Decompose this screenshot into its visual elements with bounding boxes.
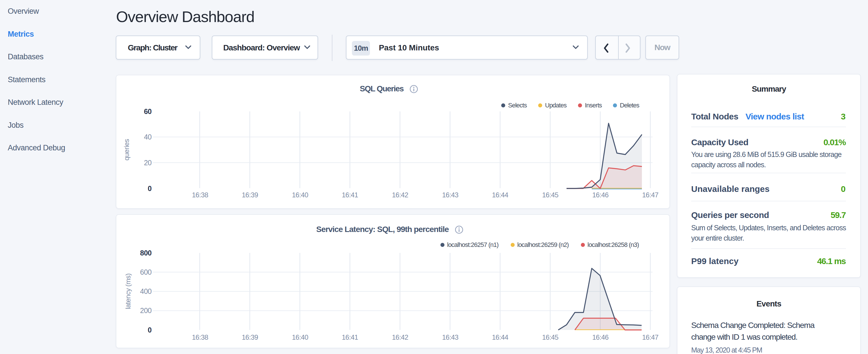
svg-text:16:43: 16:43 (442, 333, 459, 341)
svg-text:40: 40 (144, 133, 152, 141)
svg-text:16:47: 16:47 (642, 333, 658, 341)
svg-text:400: 400 (140, 287, 152, 295)
svg-text:latency (ms): latency (ms) (124, 273, 132, 309)
svg-text:16:42: 16:42 (392, 333, 408, 341)
svg-text:16:41: 16:41 (342, 333, 358, 341)
svg-text:16:46: 16:46 (592, 333, 609, 341)
svg-text:16:41: 16:41 (342, 191, 358, 199)
svg-text:60: 60 (144, 107, 152, 116)
svg-text:600: 600 (140, 268, 152, 276)
svg-text:16:39: 16:39 (242, 333, 258, 341)
svg-text:16:44: 16:44 (492, 333, 508, 341)
svg-text:16:46: 16:46 (592, 191, 609, 199)
svg-text:0: 0 (148, 326, 152, 334)
svg-text:16:38: 16:38 (192, 333, 208, 341)
svg-text:800: 800 (140, 249, 152, 257)
svg-text:20: 20 (144, 159, 152, 167)
svg-text:16:45: 16:45 (542, 333, 559, 341)
svg-text:16:45: 16:45 (542, 191, 559, 199)
svg-text:0: 0 (148, 185, 152, 192)
svg-text:16:39: 16:39 (242, 191, 258, 199)
svg-text:16:40: 16:40 (292, 191, 308, 199)
svg-text:200: 200 (140, 307, 152, 315)
svg-text:queries: queries (123, 139, 130, 161)
svg-text:16:47: 16:47 (642, 191, 658, 199)
svg-text:16:42: 16:42 (392, 191, 408, 199)
svg-text:16:40: 16:40 (292, 333, 308, 341)
svg-text:16:43: 16:43 (442, 191, 459, 199)
svg-text:16:44: 16:44 (492, 191, 508, 199)
svg-text:16:38: 16:38 (192, 191, 208, 199)
